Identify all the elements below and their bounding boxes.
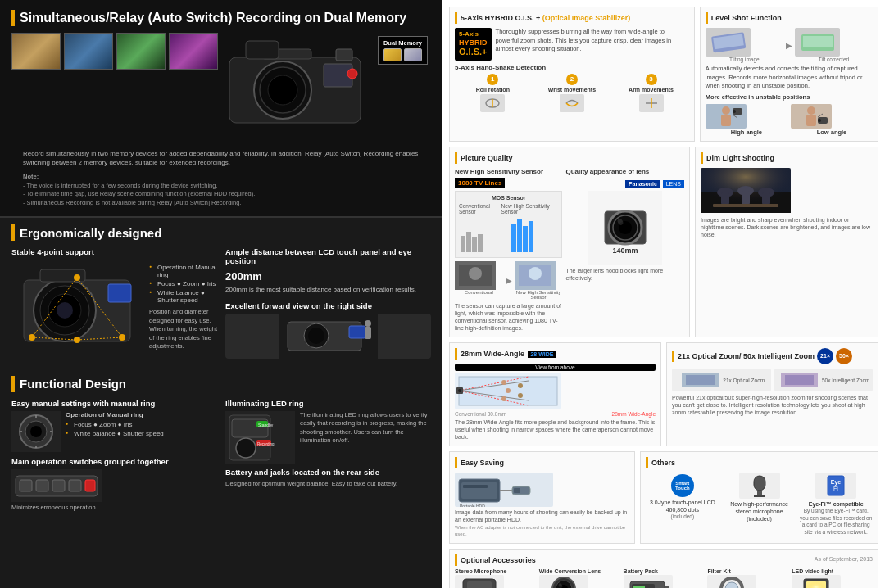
pq-left: New High Sensitivity Sensor 1080 TV Line… <box>455 168 562 332</box>
manual-ring-list: Operation of Manual ring Focus ● Zoom ● … <box>149 263 217 305</box>
new-sensor-bars <box>511 219 557 252</box>
dimlight-accent <box>701 152 703 164</box>
accessory-wide-lens: Wide Conversion Lens VW-W4307H Diameter … <box>539 568 620 588</box>
r-middle-row: Picture Quality New High Sensitivity Sen… <box>449 147 878 337</box>
low-angle-svg <box>791 104 832 129</box>
bullet-2: White balance ● Shutter speed <box>149 288 217 305</box>
ois-accent <box>455 12 457 24</box>
other-desc-0: 3.0-type touch-panel LCD 460,800 dots <box>646 499 719 513</box>
sensor-desc: The sensor can capture a large amount of… <box>455 302 562 332</box>
ergo-content: Stable 4-point support <box>11 247 431 362</box>
distance-title: Ample distance between LCD touch panel a… <box>225 247 431 265</box>
pq-title-row: Picture Quality <box>455 152 684 164</box>
hero-thumb-nature <box>116 33 166 70</box>
other-note-0: (included) <box>646 513 719 519</box>
accessories-header: Optional Accessories As of September, 20… <box>455 554 873 566</box>
others-grid: Smart Touch 3.0-type touch-panel LCD 460… <box>646 473 873 536</box>
as-of-text: As of September, 2013 <box>815 556 873 562</box>
svg-point-69 <box>722 106 730 115</box>
switches-title: Main operation switches grouped together <box>11 457 217 466</box>
zoom-compare-row: 21x Optical Zoom 50x Intelligent Zoom <box>672 369 873 391</box>
wa-svg <box>455 373 561 409</box>
dimlight-desc: Images are bright and sharp even when sh… <box>701 216 873 238</box>
wa-badge: 28 WIDE <box>528 351 556 358</box>
r-bottom-row: 28mm Wide-Angle 28 WIDE View from above <box>449 342 878 446</box>
other-item-1: New high-performance stereo microphone (… <box>723 473 796 536</box>
easysave-note: When the AC adapter is not connected to … <box>455 525 629 538</box>
level-before: Tilting image <box>706 28 783 62</box>
easysave-title-row: Easy Saving <box>455 457 629 468</box>
zoom-desc: Powerful 21x optical/50x super-high-reso… <box>672 394 873 416</box>
mos-label: MOS Sensor <box>459 195 558 201</box>
svg-point-72 <box>733 110 736 113</box>
panasonic-label: Panasonic <box>625 180 660 188</box>
corrected-label: Tilt corrected <box>795 57 873 62</box>
dimlight-title-row: Dim Light Shooting <box>701 152 873 164</box>
svg-point-7 <box>347 69 357 79</box>
svg-rect-125 <box>463 485 488 488</box>
level-title: Level Shot Function <box>711 14 782 22</box>
accessory-stereo-mic: Stereo Microphone VW-VMS10 Plug-in Power… <box>455 568 536 588</box>
svg-point-112 <box>518 383 523 388</box>
svg-rect-128 <box>514 488 520 493</box>
right-top-row: 5-Axis HYBRID O.I.S. + (Optical Image St… <box>449 7 878 142</box>
hero-section: Simultaneous/Relay (Auto Switch) Recordi… <box>0 0 442 217</box>
accessory-led-light: LED video light VW-LED1 <box>792 568 873 588</box>
svg-rect-43 <box>36 480 48 491</box>
svg-rect-70 <box>721 115 731 126</box>
functional-content: Easy manual settings with manual ring <box>11 399 431 513</box>
lens-desc: The larger lens hood blocks light more e… <box>565 267 684 282</box>
ergo-left: Stable 4-point support <box>11 247 217 362</box>
svg-rect-118 <box>686 375 715 385</box>
easysave-title: Easy Saving <box>461 459 504 467</box>
distance-desc: 200mm is the most suitable distance base… <box>225 286 416 293</box>
svg-rect-67 <box>803 36 833 47</box>
functional-header: Functional Design <box>11 376 431 392</box>
right-panel: 5-Axis HYBRID O.I.S. + (Optical Image St… <box>442 0 885 588</box>
svg-point-111 <box>502 396 506 401</box>
func-left: Easy manual settings with manual ring <box>11 399 217 513</box>
svg-text:Fi: Fi <box>833 486 838 491</box>
svg-rect-76 <box>806 115 816 126</box>
dual-memory-badge: Dual Memory <box>378 36 428 65</box>
ois-description: Thoroughly suppresses blurring all the w… <box>496 28 689 61</box>
shake-detect-row: 1 Roll rotation 2 Wrist movements <box>455 74 689 114</box>
level-section: Level Shot Function Tilting image ▶ <box>700 7 878 142</box>
ergo-section: Ergonomically designed Stable 4-point su… <box>0 217 442 369</box>
svg-point-28 <box>308 328 324 344</box>
ois-title-row: 5-Axis HYBRID O.I.S. + (Optical Image St… <box>455 12 689 24</box>
forward-view-img <box>225 314 431 359</box>
svg-rect-42 <box>20 480 32 491</box>
pq-accent <box>455 152 457 164</box>
level-after: Tilt corrected <box>795 28 873 62</box>
accessory-battery: Battery Pack DGA-05 7.2V 5400mAh <box>624 568 705 588</box>
ergo-position-desc: Position and diameter designed for easy … <box>149 308 217 351</box>
shake-label-2: Wrist movements <box>534 87 610 93</box>
ois-title: 5-Axis HYBRID O.I.S. + (Optical Image St… <box>461 14 630 22</box>
functional-section: Functional Design Easy manual settings w… <box>0 369 442 519</box>
level-auto-desc: Automatically detects and corrects the t… <box>706 65 873 91</box>
easysave-desc: Image data from many hours of shooting c… <box>455 509 629 523</box>
svg-rect-140 <box>467 581 492 588</box>
acc-cat-1: Wide Conversion Lens <box>539 568 620 574</box>
conventional-distance: Conventional 30.8mm <box>455 411 506 417</box>
manual-ring-row: Operation of Manual ring Focus ● Zoom ● … <box>11 411 217 452</box>
hero-title-bar: Simultaneous/Relay (Auto Switch) Recordi… <box>11 10 431 26</box>
ergo-title: Ergonomically designed <box>20 226 161 240</box>
svg-rect-58 <box>560 94 584 112</box>
arrow-icon: ▶ <box>786 28 792 62</box>
shake-label-3: Arm movements <box>613 87 689 93</box>
svg-rect-97 <box>721 192 729 205</box>
accessories-section: Optional Accessories As of September, 20… <box>449 549 878 588</box>
new-sensor-shot <box>515 261 556 290</box>
zoom-title-with-badges: 21x Optical Zoom/ 50x Intelligent Zoom 2… <box>678 348 852 364</box>
level-title-row: Level Shot Function <box>706 12 873 24</box>
ring-bullet-2: White balance ● Shutter speed <box>66 429 164 438</box>
svg-rect-15 <box>108 284 131 302</box>
wa-comparison-labels: Conventional 30.8mm 28mm Wide-Angle <box>455 411 656 417</box>
svg-rect-158 <box>806 581 826 588</box>
shake-img-2 <box>560 94 584 112</box>
svg-rect-99 <box>742 191 750 205</box>
zoom-title-row: 21x Optical Zoom/ 50x Intelligent Zoom 2… <box>672 348 873 364</box>
easysave-section: Easy Saving Portable HDD Image data from… <box>449 451 635 544</box>
